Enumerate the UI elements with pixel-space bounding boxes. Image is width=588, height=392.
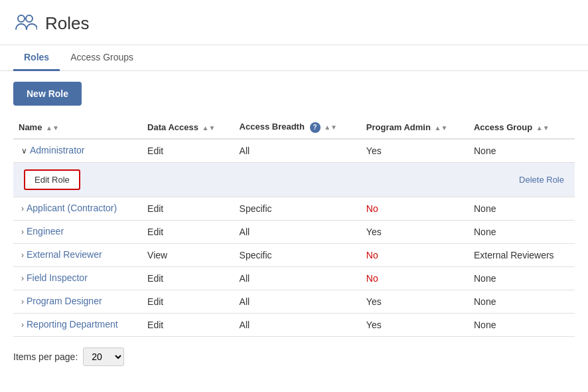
data-access-sort-icon[interactable]: ▲▼ <box>202 124 216 132</box>
roles-table: Name ▲▼ Data Access ▲▼ Access Breadth ? … <box>13 116 575 337</box>
roles-table-container: Name ▲▼ Data Access ▲▼ Access Breadth ? … <box>0 116 588 337</box>
expand-button[interactable]: › <box>19 272 27 284</box>
roles-icon <box>13 11 37 37</box>
access-breadth-cell: Specific <box>234 243 361 266</box>
data-access-cell: View <box>142 243 234 266</box>
program-admin-cell: Yes <box>361 139 469 163</box>
access-group-cell: None <box>469 197 575 220</box>
data-access-cell: Edit <box>142 197 234 220</box>
page-title: Roles <box>45 13 89 34</box>
table-row: ›Field InspectorEditAllNoNone <box>13 266 575 290</box>
toolbar: New Role <box>0 71 588 116</box>
access-group-cell: None <box>469 139 575 163</box>
name-sort-icon[interactable]: ▲▼ <box>46 124 59 132</box>
edit-row: Edit RoleDelete Role <box>13 162 575 197</box>
access-breadth-help-icon[interactable]: ? <box>310 122 321 133</box>
program-admin-sort-icon[interactable]: ▲▼ <box>435 124 448 132</box>
role-name[interactable]: Field Inspector <box>27 272 88 283</box>
tab-roles[interactable]: Roles <box>13 45 60 71</box>
page-header: Roles <box>0 0 588 45</box>
data-access-cell: Edit <box>142 139 234 163</box>
table-row: ›External ReviewerViewSpecificNoExternal… <box>13 243 575 266</box>
expand-button[interactable]: ∨ <box>19 145 30 157</box>
expand-button[interactable]: › <box>19 296 27 308</box>
data-access-cell: Edit <box>142 290 234 313</box>
program-admin-cell: No <box>361 197 469 220</box>
col-program-admin: Program Admin ▲▼ <box>361 116 469 139</box>
svg-point-1 <box>26 15 33 22</box>
program-admin-cell: No <box>361 266 469 290</box>
program-admin-cell: No <box>361 243 469 266</box>
table-header-row: Name ▲▼ Data Access ▲▼ Access Breadth ? … <box>13 116 575 139</box>
tab-bar: Roles Access Groups <box>0 45 588 71</box>
pagination-label: Items per page: <box>13 351 78 362</box>
col-name: Name ▲▼ <box>13 116 142 139</box>
new-role-button[interactable]: New Role <box>13 82 82 106</box>
access-breadth-cell: All <box>234 266 361 290</box>
table-row: ∨AdministratorEditAllYesNone <box>13 139 575 163</box>
edit-role-button[interactable]: Edit Role <box>24 169 80 190</box>
access-breadth-cell: All <box>234 290 361 313</box>
expand-button[interactable]: › <box>19 203 27 215</box>
table-row: ›Program DesignerEditAllYesNone <box>13 290 575 313</box>
data-access-cell: Edit <box>142 220 234 243</box>
role-name[interactable]: Administrator <box>30 145 84 155</box>
table-row: ›EngineerEditAllYesNone <box>13 220 575 243</box>
access-breadth-cell: All <box>234 220 361 243</box>
access-breadth-cell: All <box>234 139 361 163</box>
table-row: ›Applicant (Contractor)EditSpecificNoNon… <box>13 197 575 220</box>
access-group-cell: None <box>469 290 575 313</box>
data-access-cell: Edit <box>142 313 234 336</box>
col-access-breadth: Access Breadth ? ▲▼ <box>234 116 361 139</box>
role-name[interactable]: Engineer <box>27 226 64 237</box>
role-name[interactable]: Applicant (Contractor) <box>27 203 117 213</box>
role-name[interactable]: Reporting Department <box>27 319 118 330</box>
expand-button[interactable]: › <box>19 249 27 261</box>
items-per-page-select[interactable]: 20 50 100 <box>83 347 124 366</box>
access-breadth-sort-icon[interactable]: ▲▼ <box>324 124 337 131</box>
data-access-cell: Edit <box>142 266 234 290</box>
expand-button[interactable]: › <box>19 319 27 331</box>
delete-role-button[interactable]: Delete Role <box>519 175 564 185</box>
access-breadth-cell: Specific <box>234 197 361 220</box>
table-row: ›Reporting DepartmentEditAllYesNone <box>13 313 575 336</box>
access-group-cell: External Reviewers <box>469 243 575 266</box>
access-group-cell: None <box>469 266 575 290</box>
access-group-cell: None <box>469 313 575 336</box>
role-name[interactable]: Program Designer <box>27 296 102 306</box>
pagination: Items per page: 20 50 100 <box>0 337 588 377</box>
col-data-access: Data Access ▲▼ <box>142 116 234 139</box>
program-admin-cell: Yes <box>361 220 469 243</box>
tab-access-groups[interactable]: Access Groups <box>60 45 144 71</box>
program-admin-cell: Yes <box>361 290 469 313</box>
svg-point-0 <box>18 15 25 22</box>
program-admin-cell: Yes <box>361 313 469 336</box>
role-name[interactable]: External Reviewer <box>27 249 102 260</box>
access-group-sort-icon[interactable]: ▲▼ <box>536 124 550 132</box>
access-breadth-cell: All <box>234 313 361 336</box>
access-group-cell: None <box>469 220 575 243</box>
col-access-group: Access Group ▲▼ <box>469 116 575 139</box>
expand-button[interactable]: › <box>19 226 27 238</box>
